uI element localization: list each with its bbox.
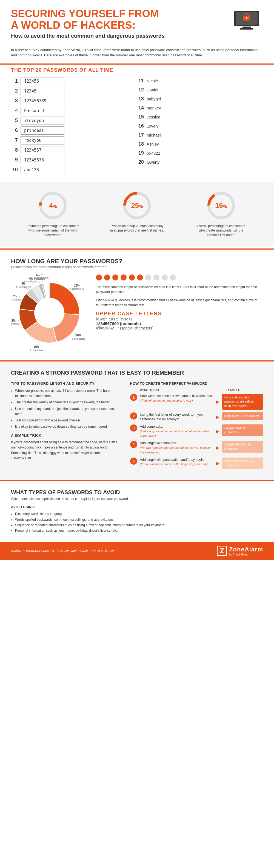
footer-sources: SOURCES: MICROSOFT.COM, LIFEHUT.COM, WIP… [11,550,114,553]
password-dot [129,275,135,280]
pw-rank: 15 [137,114,144,120]
what-label: WHAT TO DO [140,388,215,392]
tip-item: Use the entire keyboard, not just the ch… [15,406,122,417]
char-type-item: 1234567890 (numerals) [96,321,263,326]
trick-title: A SIMPLE TRICK: [11,433,122,438]
pw-rank: 13 [137,96,144,102]
pw-value: 654321 [146,149,160,157]
password-grid: 1 123456 2 12345 3 123456789 4 Password … [0,77,274,180]
step-arrow-icon: ▶ [216,445,219,451]
char-types: UPPER CASE LETTERSlower case letters1234… [96,311,263,330]
header-text: SECURING YOURSELF FROM A WORLD OF HACKER… [11,8,165,39]
pw-rank: 14 [137,105,144,111]
password-row: 14 monkey [137,104,263,112]
main-subtitle: How to avoid the most common and dangero… [11,33,165,39]
step-example: LACpAsIKMs (20 characters) [222,425,263,436]
step-arrow-icon: ▶ [216,460,219,466]
password-row: 7 rockyou [11,136,137,145]
stat-desc: Proportion of top 20 most commonly used … [110,224,164,233]
pw-value: Lovely [146,122,158,130]
password-row: 13 babygirl [137,95,263,103]
pw-value: 12345678 [21,156,64,164]
step-italic: (Make only the letters in the first half… [140,430,209,438]
strong-cols: TIPS TO PASSWORD LENGTH AND SECURITY: Wh… [11,381,263,472]
pw-rank: 19 [137,150,144,156]
step-example: 7LACpAs56IKMs" (14 characters) [222,458,263,469]
pw-rank: 7 [11,137,18,143]
stat-circle: 16% [206,190,236,221]
password-row: 19 654321 [137,149,263,157]
monitor-icon [233,9,260,31]
avoid-item: Words spelled backwards, common misspell… [15,517,263,522]
length-title: HOW LONG ARE YOUR PASSWORDS? [11,258,263,265]
step-what: Start with a sentence or two, about 10 w… [140,394,213,403]
password-row: 6 princess [11,126,137,135]
step-row: 2 Using the first letter of every word, … [130,412,263,422]
pie-label-pct: 1% [39,275,43,276]
step-row: 5 Add length with punctuation and/or sym… [130,458,263,469]
avoid-heading: AVOID USING: [11,505,263,509]
password-dot [162,275,168,280]
password-row: 9 12345678 [11,156,137,164]
password-row: 20 Qwerty [137,158,263,166]
step-row: 3 Add complexity. (Make only the letters… [130,425,263,438]
pie-label-text: 9 characters [11,322,20,326]
svg-rect-2 [243,27,251,28]
zonealarm-icon: Z [217,546,227,556]
stat-desc: Overall percentage of consumers who crea… [194,224,248,238]
svg-rect-6 [246,18,247,19]
pw-rank: 6 [11,127,18,133]
brand-name: ZoneAlarm [229,546,263,553]
step-what: Using the first letter of every word, tu… [140,412,213,422]
tips-title: TIPS TO PASSWORD LENGTH AND SECURITY: [11,381,122,385]
pw-value: 12345 [21,87,64,95]
tip-item: Whenever possible, use at least 14 chara… [15,388,122,399]
pw-value: Qwerty [146,158,160,166]
pw-rank: 5 [11,118,18,123]
svg-point-22 [34,298,64,328]
pie-chart: 26%6 characters20%8 characters19%7 chara… [11,275,88,352]
pw-rank: 9 [11,157,18,163]
pw-rank: 8 [11,147,18,153]
pw-value: michael [146,131,161,139]
password-row: 5 iloveyou [11,117,137,125]
password-col-right: 11 Nicole 12 Daniel 13 babygirl 14 monke… [137,77,263,174]
strong-section: CREATING A STRONG PASSWORD THAT IS EASY … [0,362,274,480]
pie-label-text: 13 characters [34,276,49,279]
pw-rank: 17 [137,132,144,138]
step-what: Add length with punctuation and/or symbo… [140,458,213,467]
password-dot [120,275,127,280]
step-arrow-icon: ▶ [216,414,219,420]
password-row: 1 123456 [11,77,137,85]
avoid-item: Sequence or repeated characters such as … [15,522,263,528]
step-example: lacpasIkms (10 characters) [222,412,263,420]
password-row: 16 Lovely [137,122,263,130]
password-row: 11 Nicole [137,77,263,85]
steps-col: HOW TO CREATE THE PERFECT PASSWORD WHAT … [130,381,263,472]
password-row: 3 123456789 [11,97,137,105]
pie-label-text: 6 characters [70,288,84,290]
pie-label-text: 11 characters [16,286,31,288]
example-label: EXAMPLE [226,388,263,392]
top20-title: THE TOP 20 PASSWORDS OF ALL TIME [0,65,274,77]
pw-value: Nicole [146,77,158,85]
trick-box: A SIMPLE TRICK: If you're concerned abou… [11,433,122,461]
pw-rank: 4 [11,108,18,114]
stat-item: 4% Estimated percentage of consumers who… [26,190,80,238]
dots-row [96,275,263,280]
stat-pct: 16% [215,201,227,210]
password-dot [170,275,176,280]
stat-pct: 4% [49,201,57,210]
step-number: 3 [130,425,137,432]
pw-rank: 18 [137,141,144,147]
footer-logo: Z ZoneAlarm by Check Point [217,546,263,556]
password-row: 15 Jessica [137,113,263,121]
svg-rect-3 [240,28,253,30]
pw-value: Jessica [146,113,160,121]
stats-section: 4% Estimated percentage of consumers who… [0,182,274,246]
password-row: 17 michael [137,131,263,139]
step-number: 1 [130,394,137,401]
tip-item: Test your password with a password check… [15,418,122,423]
step-arrow-icon: ▶ [216,428,219,434]
password-row: 18 Ashley [137,141,263,148]
